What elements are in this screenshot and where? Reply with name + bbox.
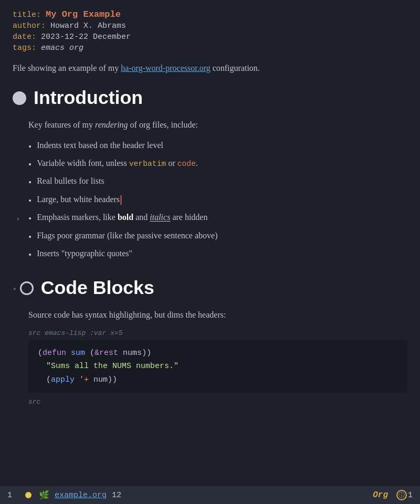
intro-before: Key features of my [28,120,95,129]
author-value: Howard X. Abrams [50,22,126,30]
code-line-1: (defun sum (&rest nums)) [38,346,398,360]
frontmatter-author-line: author: Howard X. Abrams [13,22,407,30]
section2-bullet [20,281,34,295]
verbatim-text: verbatim [129,160,166,168]
status-line-number: 1 [7,491,18,500]
status-bar: 1 🌿 example.org 12 Org ⓘ 1 [0,486,420,504]
list-item-text: Indents text based on the header level [37,139,407,152]
description: File showing an example of my ha-org-wor… [13,62,407,75]
date-value: 2023-12-22 December [41,33,131,41]
section2-content: Source code has syntax highlighting, but… [13,308,407,406]
section2-intro: Source code has syntax highlighting, but… [28,308,407,322]
code-line-3: (apply '+ num)) [38,373,398,387]
author-key: author: [13,22,46,30]
list-item: • Flags poor grammar (like the passive s… [28,229,407,244]
status-column: 12 [112,491,121,500]
main-content: title: My Org Example author: Howard X. … [0,0,420,453]
src-end-label: src [28,398,407,406]
title-value: My Org Example [46,9,121,19]
list-item-text: Flags poor grammar (like the passive sen… [37,229,407,242]
bullet-dot-icon: • [28,158,32,171]
section2: * Code Blocks Source code has syntax hig… [13,277,407,406]
bullet-dot-icon: • [28,212,32,225]
circle-empty-icon [20,281,34,295]
intro-italic: rendering [95,120,128,129]
status-mode: Org [373,490,388,500]
emphasis-arrow-icon: › [17,213,19,224]
section1-bullet [13,91,26,105]
description-before: File showing an example of my [13,64,121,72]
description-after: configuration. [211,64,260,72]
title-key: title: [13,10,41,19]
bullet-dot-icon: • [28,248,32,261]
frontmatter-title-line: title: My Org Example [13,9,407,19]
section1-content: Key features of my rendering of org file… [13,118,407,261]
frontmatter-tags-line: tags: emacs org [13,44,407,52]
bullet-dot-icon: • [28,194,32,207]
list-item-text: Large, but white headers [37,193,407,206]
tags-key: tags: [13,44,36,52]
bullet-dot-icon: • [28,175,32,189]
section2-title: Code Blocks [41,277,154,299]
code-block: (defun sum (&rest nums)) "Sums all the N… [28,340,407,393]
list-item-text: Variable width font, unless verbatim or … [37,157,407,170]
date-key: date: [13,33,36,41]
src-label: src emacs-lisp :var x=5 [28,329,407,337]
bullet-dot-icon: • [28,140,32,153]
code-text: code [177,160,196,168]
section1-list: • Indents text based on the header level… [28,139,407,262]
list-item: • Real bullets for lists [28,175,407,189]
section1-title: Introduction [34,87,143,109]
status-badge-group: ⓘ 1 [396,490,413,500]
bullet-dot-icon: • [28,230,32,244]
list-item: › • Emphasis markers, like bold and ital… [28,211,407,225]
italic-text: italics [150,213,170,222]
list-item-text: Emphasis markers, like bold and italics … [37,211,407,224]
section2-heading: * Code Blocks [13,277,407,299]
status-badge-number: 1 [408,491,413,500]
section1-heading: Introduction [13,87,407,109]
list-item: • Large, but white headers [28,193,407,207]
bold-text: bold [118,213,133,222]
list-item: • Indents text based on the header level [28,139,407,153]
code-line-2: "Sums all the NUMS numbers." [38,360,398,373]
tags-value: emacs org [41,44,83,52]
frontmatter-date-line: date: 2023-12-22 December [13,33,407,41]
list-item: • Inserts "typographic quotes" [28,247,407,261]
frontmatter: title: My Org Example author: Howard X. … [13,9,407,52]
list-item-text: Real bullets for lists [37,175,407,187]
section2-prefix: * [13,287,17,299]
description-link[interactable]: ha-org-word-processor.org [121,64,210,72]
list-item: • Variable width font, unless verbatim o… [28,157,407,171]
status-dot-icon [25,492,32,498]
section1-intro: Key features of my rendering of org file… [28,118,407,132]
emacs-icon: 🌿 [39,490,49,500]
status-filename[interactable]: example.org [55,491,107,500]
cursor [120,195,122,205]
info-badge-icon: ⓘ [396,490,407,500]
list-item-text: Inserts "typographic quotes" [37,247,407,260]
circle-filled-icon [13,91,26,105]
intro-after: of org files, include: [128,120,198,129]
